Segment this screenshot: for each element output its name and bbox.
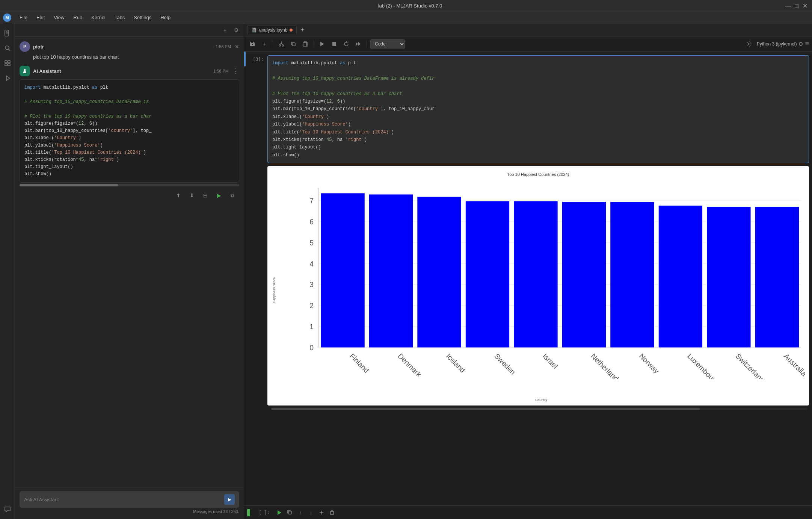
svg-text:5: 5: [309, 239, 314, 247]
copy-code-button[interactable]: ⧉: [227, 190, 238, 201]
add-cell-button[interactable]: +: [259, 39, 270, 49]
ai-avatar: [20, 66, 30, 76]
menu-tabs[interactable]: Tabs: [111, 13, 128, 22]
paste-button[interactable]: [300, 39, 311, 49]
fast-forward-button[interactable]: [353, 39, 364, 49]
notebook-content: [3]: import matplotlib.pyplot as plt # A…: [244, 51, 812, 505]
toolbar-separator-3: [367, 40, 367, 48]
activity-search-icon[interactable]: [1, 41, 14, 55]
x-label-denmark: Denmark: [396, 352, 423, 378]
svg-marker-22: [358, 42, 361, 46]
x-label-norway: Norway: [638, 352, 661, 375]
kernel-settings-icon[interactable]: [744, 39, 755, 49]
notebook-tab[interactable]: 📓 analysis.ipynb: [247, 26, 297, 34]
run-code-button[interactable]: ▶: [214, 190, 224, 201]
notebook-menu-button[interactable]: ≡: [805, 40, 809, 48]
menu-file[interactable]: File: [16, 13, 31, 22]
save-button[interactable]: [247, 39, 258, 49]
notebook-toolbar: +: [244, 36, 812, 51]
bar-iceland: [417, 197, 461, 348]
panel-toolbar: + ⚙: [15, 23, 244, 37]
chat-input[interactable]: [24, 497, 221, 502]
tab-label: analysis.ipynb: [259, 27, 287, 33]
notebook-scrollbar[interactable]: [267, 408, 812, 410]
close-message-button[interactable]: ✕: [235, 44, 239, 50]
y-axis-label: Happiness Score: [272, 277, 276, 303]
svg-text:3: 3: [309, 281, 314, 289]
settings-button[interactable]: ⚙: [232, 26, 241, 35]
svg-point-23: [748, 43, 750, 45]
run-button[interactable]: [317, 39, 328, 49]
activity-chat-icon[interactable]: [1, 502, 14, 516]
add-chat-button[interactable]: +: [220, 26, 229, 35]
bar-finland: [321, 193, 364, 347]
svg-point-11: [24, 69, 26, 71]
chart-title: Top 10 Happiest Countries (2024): [271, 172, 805, 177]
insert-below-button[interactable]: ⬆: [173, 190, 184, 201]
menu-run[interactable]: Run: [69, 13, 86, 22]
activity-files-icon[interactable]: [1, 26, 14, 40]
ai-message-more-button[interactable]: ⋮: [232, 67, 239, 75]
user-message-text: plot top 10 happy countires as bar chart: [20, 54, 239, 60]
user-message: P piotr 1:58 PM ✕ plot top 10 happy coun…: [20, 41, 239, 60]
add-tab-button[interactable]: +: [298, 26, 306, 34]
toolbar-right: Python 3 (ipykernel) ≡: [744, 39, 809, 49]
menu-help[interactable]: Help: [157, 13, 174, 22]
x-label-luxembourg: Luxembourg: [686, 352, 720, 379]
svg-point-4: [5, 46, 9, 50]
restart-button[interactable]: [341, 39, 352, 49]
svg-marker-42: [278, 510, 281, 515]
stop-button[interactable]: [329, 39, 340, 49]
menu-kernel[interactable]: Kernel: [88, 13, 109, 22]
activity-extensions-icon[interactable]: [1, 56, 14, 70]
svg-line-14: [280, 43, 281, 45]
replace-button[interactable]: ⊟: [200, 190, 211, 201]
menu-view[interactable]: View: [50, 13, 68, 22]
code-actions: ⬆ ⬇ ⊟ ▶ ⧉: [173, 190, 238, 201]
svg-rect-0: [5, 30, 9, 36]
app-logo: M: [3, 14, 11, 22]
cut-button[interactable]: [276, 39, 287, 49]
cell-number: [3]:: [249, 55, 267, 62]
svg-rect-8: [5, 64, 7, 66]
chat-input-wrapper: ▶: [20, 491, 239, 508]
menu-edit[interactable]: Edit: [33, 13, 48, 22]
svg-marker-21: [356, 42, 358, 46]
bottom-move-up-button[interactable]: ↑: [296, 508, 305, 517]
bottom-run-button[interactable]: [275, 508, 284, 517]
svg-line-5: [9, 49, 10, 51]
ai-code-block: import matplotlib.pyplot as plt # Assumi…: [20, 79, 239, 183]
cell-type-select[interactable]: Code Markdown Raw: [370, 39, 405, 48]
user-name: piotr: [33, 44, 44, 50]
kernel-status: Python 3 (ipykernel): [757, 41, 803, 47]
bottom-insert-button[interactable]: [317, 508, 326, 517]
svg-text:1: 1: [309, 322, 314, 331]
cell-active-indicator: [244, 51, 246, 67]
bottom-copy-button[interactable]: [285, 508, 294, 517]
menu-settings[interactable]: Settings: [130, 13, 155, 22]
bottom-move-down-button[interactable]: ↓: [306, 508, 315, 517]
ai-message-header: AI Assistant 1:58 PM ⋮: [20, 66, 239, 76]
maximize-button[interactable]: □: [794, 3, 799, 9]
activity-debug-icon[interactable]: [1, 71, 14, 85]
bar-chart-svg: 0 1 2 3 4 5 6 7: [277, 179, 805, 379]
chat-input-area: ▶ Messages used 33 / 250.: [15, 487, 244, 519]
copy-button[interactable]: [288, 39, 299, 49]
tab-icon: 📓: [251, 27, 257, 33]
svg-marker-19: [320, 42, 324, 46]
svg-rect-20: [332, 42, 336, 46]
svg-text:4: 4: [309, 260, 314, 268]
cell-content[interactable]: import matplotlib.pyplot as plt # Assumi…: [267, 55, 809, 163]
svg-rect-17: [292, 43, 295, 46]
message-user: P piotr: [20, 41, 44, 52]
send-button[interactable]: ▶: [224, 494, 235, 505]
bottom-delete-button[interactable]: [328, 508, 337, 517]
svg-text:2: 2: [309, 301, 314, 310]
insert-above-button[interactable]: ⬇: [187, 190, 197, 201]
bar-israel: [514, 201, 557, 347]
minimize-button[interactable]: —: [786, 3, 791, 9]
close-button[interactable]: ✕: [802, 3, 807, 9]
code-scrollbar[interactable]: [20, 184, 239, 186]
bar-netherlands: [562, 202, 606, 347]
x-label-switzerland: Switzerland: [734, 352, 766, 379]
